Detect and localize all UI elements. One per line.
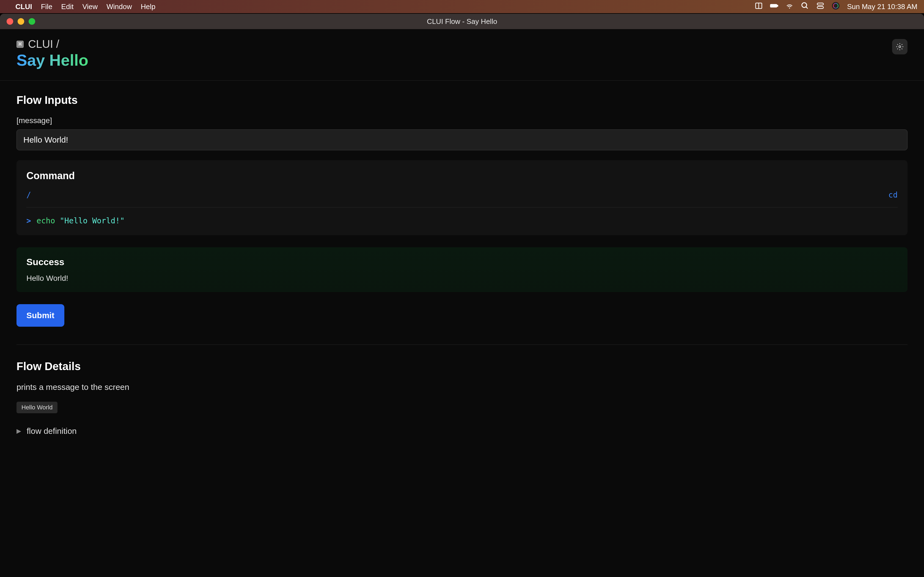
message-input[interactable]: [16, 129, 908, 150]
command-arg: "Hello World!": [60, 216, 124, 225]
svg-rect-2: [770, 4, 777, 7]
command-path-row: / cd: [26, 190, 898, 208]
control-center-icon[interactable]: [816, 2, 824, 12]
menu-app-name[interactable]: CLUI: [15, 2, 32, 11]
svg-rect-7: [817, 6, 824, 8]
app-window: CLUI Flow - Say Hello ⌘ CLUI / Say Hello…: [0, 14, 924, 577]
breadcrumb[interactable]: ⌘ CLUI /: [16, 38, 88, 50]
maximize-button[interactable]: [29, 18, 35, 25]
svg-line-5: [806, 6, 808, 8]
search-icon[interactable]: [801, 2, 809, 12]
command-panel: Command / cd > echo "Hello World!": [16, 160, 908, 235]
cd-link[interactable]: cd: [888, 190, 898, 200]
success-panel: Success Hello World!: [16, 247, 908, 292]
flow-tag[interactable]: Hello World: [16, 402, 58, 413]
menu-file[interactable]: File: [41, 2, 53, 11]
battery-icon[interactable]: [770, 2, 778, 12]
app-content: ⌘ CLUI / Say Hello Flow Inputs [message]…: [0, 29, 924, 577]
success-output: Hello World!: [26, 274, 898, 283]
submit-button[interactable]: Submit: [16, 304, 65, 327]
breadcrumb-text: CLUI /: [28, 38, 59, 50]
terminal-icon: ⌘: [16, 41, 24, 48]
minimize-button[interactable]: [18, 18, 24, 25]
menubar-right: Sun May 21 10:38 AM: [754, 2, 918, 12]
svg-point-10: [899, 46, 901, 48]
menu-edit[interactable]: Edit: [61, 2, 74, 11]
message-input-label: [message]: [16, 116, 908, 125]
menu-help[interactable]: Help: [141, 2, 155, 11]
section-divider: [16, 344, 908, 345]
command-name: echo: [37, 216, 55, 225]
svg-rect-3: [777, 5, 778, 6]
menu-window[interactable]: Window: [107, 2, 132, 11]
page-title: Say Hello: [16, 51, 88, 69]
command-path: /: [26, 190, 31, 200]
svg-rect-6: [817, 3, 824, 5]
menubar-left: CLUI File Edit View Window Help: [6, 2, 155, 11]
flow-description: prints a message to the screen: [16, 382, 908, 392]
settings-button[interactable]: [892, 39, 908, 55]
svg-point-4: [802, 2, 807, 7]
page-header: ⌘ CLUI / Say Hello: [16, 38, 908, 69]
triangle-right-icon: ▶: [16, 427, 21, 435]
success-heading: Success: [26, 256, 898, 268]
flow-details-heading: Flow Details: [16, 360, 908, 372]
command-prompt: >: [26, 216, 31, 225]
close-button[interactable]: [6, 18, 13, 25]
gear-icon: [896, 43, 904, 50]
disclosure-label: flow definition: [27, 426, 77, 436]
menubar-datetime[interactable]: Sun May 21 10:38 AM: [847, 2, 918, 11]
command-heading: Command: [26, 170, 898, 182]
titlebar: CLUI Flow - Say Hello: [0, 14, 924, 29]
header-divider: [0, 80, 924, 81]
macos-menubar: CLUI File Edit View Window Help Sun May …: [0, 0, 924, 13]
wifi-icon[interactable]: [785, 2, 794, 12]
siri-icon[interactable]: [832, 2, 840, 12]
panel-icon[interactable]: [754, 2, 763, 12]
flow-definition-disclosure[interactable]: ▶ flow definition: [16, 426, 908, 436]
command-line: > echo "Hello World!": [26, 216, 898, 225]
menu-view[interactable]: View: [82, 2, 98, 11]
flow-inputs-heading: Flow Inputs: [16, 94, 908, 106]
traffic-lights: [6, 18, 35, 25]
window-title: CLUI Flow - Say Hello: [427, 17, 497, 26]
